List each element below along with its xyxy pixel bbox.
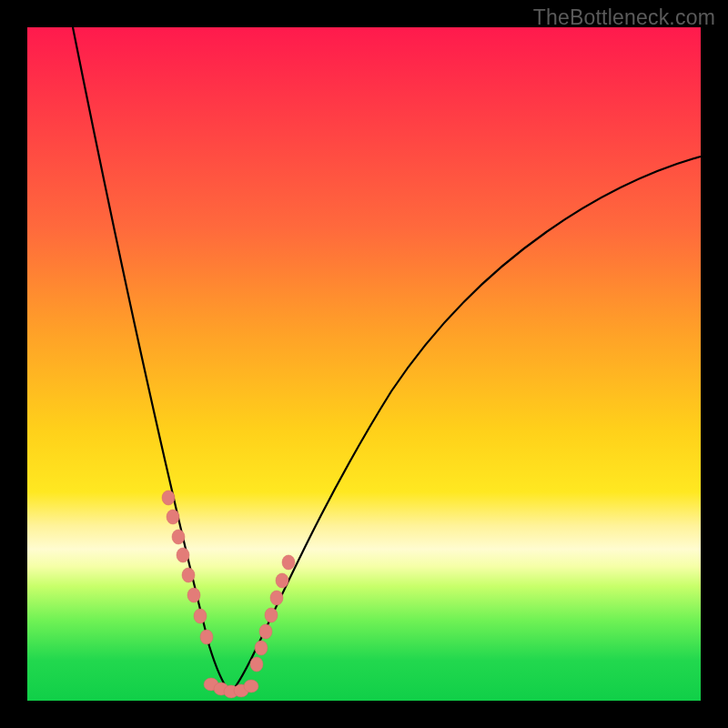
plot-area <box>27 27 701 701</box>
svg-point-9 <box>255 641 268 655</box>
chart-container: TheBottleneck.com <box>0 0 728 728</box>
svg-point-4 <box>182 568 195 582</box>
svg-point-3 <box>177 548 189 562</box>
curve-svg <box>27 27 701 701</box>
svg-point-2 <box>172 530 185 544</box>
beads-bottom <box>204 678 258 698</box>
svg-point-11 <box>265 608 278 622</box>
svg-point-13 <box>276 573 288 588</box>
svg-point-1 <box>167 510 179 524</box>
beads-right <box>250 555 295 672</box>
svg-point-10 <box>259 624 272 639</box>
beads-left <box>162 490 213 644</box>
curve-left <box>73 27 229 692</box>
watermark-text: TheBottleneck.com <box>533 5 715 30</box>
curve-right <box>233 157 701 690</box>
svg-point-6 <box>194 609 207 623</box>
svg-point-8 <box>250 657 263 672</box>
svg-point-7 <box>200 630 213 644</box>
svg-point-19 <box>244 680 258 693</box>
svg-point-0 <box>162 490 175 505</box>
svg-point-14 <box>282 555 295 570</box>
svg-point-12 <box>270 591 283 605</box>
svg-point-5 <box>187 588 200 602</box>
